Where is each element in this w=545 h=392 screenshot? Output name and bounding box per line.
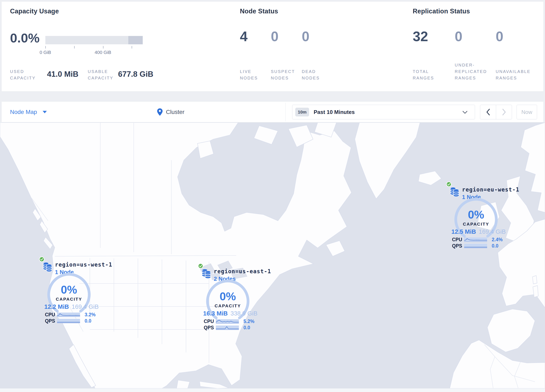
replication-status-label: TOTALRANGES [413,68,434,81]
database-stack-icon [202,269,211,279]
time-step-controls [480,105,512,119]
node-status-label-line: NODES [302,75,320,81]
cpu-label: CPU [452,237,462,242]
database-stack-icon [450,187,459,197]
cpu-sparkline-area [57,312,80,317]
qps-value: 0.0 [243,325,250,330]
capacity-axis-tick [132,46,132,49]
capacity-gauge-label: CAPACITY [463,222,489,226]
region-name: region=us-west-1 [55,261,112,268]
replication-status-label-line: RANGES [496,75,531,81]
node-status-label: LIVENODES [240,68,258,81]
region-used-capacity: 12.5 MiB [451,228,476,235]
used-capacity-label: USEDCAPACITY [10,68,36,81]
breadcrumb: Cluster [157,102,185,123]
capacity-bar-dark-segment [128,36,143,44]
database-stack-icon [43,262,52,272]
region-marker[interactable]: region=us-west-11 Node0%CAPACITY12.2 MiB… [33,255,105,326]
replication-status-label-line: REPLICATED [455,68,487,75]
capacity-axis-tick [45,46,46,49]
node-status-label-line: NODES [271,75,295,81]
capacity-percent: 0.0% [10,31,39,45]
replication-status-label: UNAVAILABLERANGES [496,68,531,81]
capacity-axis-tick [74,46,74,49]
check-circle-icon [198,264,203,268]
chevron-left-icon [486,108,490,116]
usable-capacity-label-line: USABLE [88,68,113,75]
used-capacity-value: 41.0 MiB [47,70,78,79]
replication-status-label-line: UNAVAILABLE [496,68,531,75]
caret-down-icon [43,110,47,114]
region-marker[interactable]: region=us-east-12 Nodes0%CAPACITY16.3 Mi… [192,261,263,333]
region-total-capacity: 169.4 GiB [479,228,506,235]
replication-status-label-line: RANGES [413,75,434,81]
region-total-capacity: 169.4 GiB [72,303,99,310]
replication-status-label-line: RANGES [455,75,487,81]
node-status-value: 0 [271,28,279,44]
qps-label: QPS [452,243,462,249]
capacity-gauge-percent: 0% [61,283,77,296]
cpu-value: 3.2% [85,312,95,317]
capacity-axis-tick-label: 400 GiB [95,50,111,55]
node-status-title: Node Status [240,7,278,15]
step-back-button[interactable] [480,105,496,119]
replication-status-label-line: UNDER- [455,62,487,68]
time-range-dropdown[interactable]: 10m Past 10 Minutes [292,105,475,119]
node-map[interactable]: region=us-west-11 Node0%CAPACITY12.2 MiB… [0,123,545,388]
used-capacity-label-line: CAPACITY [10,75,36,81]
replication-status-title: Replication Status [413,7,470,15]
check-circle-icon [446,182,451,187]
capacity-gauge-percent: 0% [220,290,236,303]
replication-status-value: 32 [413,28,428,44]
region-used-capacity: 12.2 MiB [44,303,69,310]
page-footer-strip [0,388,545,392]
capacity-gauge-percent: 0% [468,208,484,221]
location-pin-icon [157,108,163,116]
replication-status-label-line: TOTAL [413,68,434,75]
cluster-summary-panel: Capacity Usage 0.0% 0 GiB400 GiB USEDCAP… [2,2,543,92]
node-status-label: DEADNODES [302,68,320,81]
capacity-gauge-label: CAPACITY [215,303,241,308]
node-status-label-line: SUSPECT [271,68,295,75]
node-status-label-line: NODES [240,75,258,81]
toolbar-divider [285,103,286,121]
time-range-badge: 10m [295,108,309,117]
node-status-label: SUSPECTNODES [271,68,295,81]
node-status-value: 0 [302,28,310,44]
cpu-label: CPU [204,319,214,324]
capacity-axis-tick [103,46,103,49]
replication-status-label: UNDER-REPLICATEDRANGES [455,62,487,81]
step-forward-button[interactable] [496,105,512,119]
cpu-label: CPU [45,312,55,317]
time-range-label: Past 10 Minutes [314,109,355,115]
view-selector-label: Node Map [10,109,37,115]
used-capacity-label-line: USED [10,68,36,75]
node-status-value: 4 [240,28,248,44]
qps-value: 0.0 [85,318,91,324]
usable-capacity-value: 677.8 GiB [118,70,153,79]
region-marker[interactable]: region=eu-west-11 Node0%CAPACITY12.5 MiB… [440,180,512,251]
usable-capacity-label-line: CAPACITY [88,75,113,81]
region-total-capacity: 338.9 GiB [230,310,257,317]
chevron-down-icon [462,110,468,114]
qps-label: QPS [204,325,214,330]
capacity-axis-tick-label: 0 GiB [39,50,51,55]
map-toolbar: Node Map Cluster 10m Past 10 Minutes Now [2,101,543,122]
check-circle-icon [39,257,44,262]
qps-value: 0.0 [492,243,498,249]
cpu-value: 2.4% [492,237,502,242]
node-status-label-line: LIVE [240,68,258,75]
now-button[interactable]: Now [517,105,537,119]
qps-label: QPS [45,318,55,324]
cpu-value: 5.2% [243,319,254,324]
node-status-label-line: DEAD [302,68,320,75]
replication-status-value: 0 [496,28,503,44]
region-name: region=eu-west-1 [462,187,519,193]
usable-capacity-label: USABLECAPACITY [88,68,113,81]
capacity-bar [45,36,143,44]
view-selector-dropdown[interactable]: Node Map [10,102,47,123]
region-name: region=us-east-1 [214,268,271,274]
cpu-sparkline-area [464,237,487,242]
chevron-right-icon [502,108,506,116]
breadcrumb-cluster-label: Cluster [166,109,185,115]
